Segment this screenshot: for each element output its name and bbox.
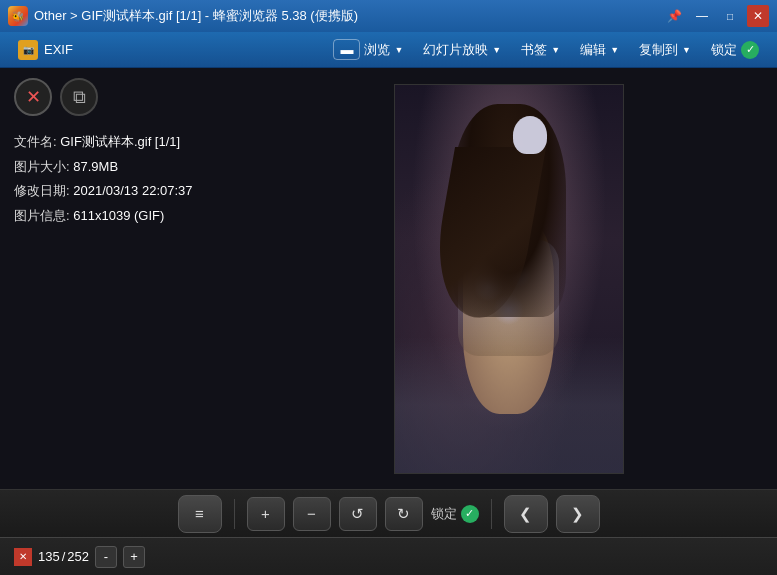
copy-button[interactable]: ⧉ [60, 78, 98, 116]
controls-lock-area: 锁定 ✓ [431, 505, 479, 523]
main-content: ✕ ⧉ 文件名: GIF测试样本.gif [1/1] 图片大小: 87.9MB … [0, 68, 777, 489]
frame-current: 135 [38, 549, 60, 564]
browse-icon: ▬ [340, 42, 353, 57]
browse-label: 浏览 [364, 41, 390, 59]
slideshow-label: 幻灯片放映 [423, 41, 488, 59]
edit-label: 编辑 [580, 41, 606, 59]
filename-value: GIF测试样本.gif [1/1] [60, 134, 180, 149]
slideshow-button[interactable]: 幻灯片放映 ▼ [415, 38, 509, 62]
slideshow-arrow: ▼ [492, 45, 501, 55]
size-value: 87.9MB [73, 159, 118, 174]
prev-icon: ❮ [519, 505, 532, 523]
toolbar: 📷 EXIF ▬ 浏览 ▼ 幻灯片放映 ▼ 书签 ▼ 编辑 ▼ 复制到 ▼ 锁定… [0, 32, 777, 68]
frame-minus-button[interactable]: - [95, 546, 117, 568]
prev-button[interactable]: ❮ [504, 495, 548, 533]
close-image-button[interactable]: ✕ [14, 78, 52, 116]
zoom-out-icon: − [307, 505, 316, 522]
frame-plus-button[interactable]: + [123, 546, 145, 568]
controls-bar: ≡ + − ↺ ↻ 锁定 ✓ ❮ ❯ [0, 489, 777, 537]
controls-lock-label: 锁定 [431, 505, 457, 523]
date-label: 修改日期: [14, 183, 70, 198]
figure-hair [452, 104, 566, 317]
zoom-out-button[interactable]: − [293, 497, 331, 531]
zoom-in-icon: + [261, 505, 270, 522]
separator-2 [491, 499, 492, 529]
size-row: 图片大小: 87.9MB [14, 155, 226, 180]
statusbar: ✕ 135 / 252 - + [0, 537, 777, 575]
copyto-arrow: ▼ [682, 45, 691, 55]
statusbar-close[interactable]: ✕ [14, 548, 32, 566]
check-icon: ✓ [741, 41, 759, 59]
bookmark-label: 书签 [521, 41, 547, 59]
info-label: 图片信息: [14, 208, 70, 223]
date-row: 修改日期: 2021/03/13 22:07:37 [14, 179, 226, 204]
filename-row: 文件名: GIF测试样本.gif [1/1] [14, 130, 226, 155]
lock-label: 锁定 [711, 41, 737, 59]
edit-arrow: ▼ [610, 45, 619, 55]
browse-arrow: ▼ [394, 45, 403, 55]
controls-check-icon: ✓ [461, 505, 479, 523]
exif-label: EXIF [44, 42, 73, 57]
window-title: Other > GIF测试样本.gif [1/1] - 蜂蜜浏览器 5.38 (… [34, 7, 657, 25]
maximize-button[interactable]: □ [719, 5, 741, 27]
image-display [394, 84, 624, 474]
next-button[interactable]: ❯ [556, 495, 600, 533]
frame-total: 252 [67, 549, 89, 564]
bookmark-arrow: ▼ [551, 45, 560, 55]
edit-button[interactable]: 编辑 ▼ [572, 38, 627, 62]
date-value: 2021/03/13 22:07:37 [73, 183, 192, 198]
info-row: 图片信息: 611x1039 (GIF) [14, 204, 226, 229]
plus-icon: + [130, 549, 138, 564]
menu-icon: ≡ [195, 505, 204, 522]
action-buttons: ✕ ⧉ [14, 78, 226, 116]
titlebar: 🐝 Other > GIF测试样本.gif [1/1] - 蜂蜜浏览器 5.38… [0, 0, 777, 32]
minimize-button[interactable]: — [691, 5, 713, 27]
next-icon: ❯ [571, 505, 584, 523]
rotate-right-button[interactable]: ↻ [385, 497, 423, 531]
lock-button[interactable]: 锁定 ✓ [703, 38, 767, 62]
rotate-left-button[interactable]: ↺ [339, 497, 377, 531]
browse-button[interactable]: ▬ 浏览 ▼ [325, 36, 411, 63]
rotate-left-icon: ↺ [351, 505, 364, 523]
size-label: 图片大小: [14, 159, 70, 174]
info-panel: ✕ ⧉ 文件名: GIF测试样本.gif [1/1] 图片大小: 87.9MB … [0, 68, 240, 489]
app-icon: 🐝 [8, 6, 28, 26]
info-value: 611x1039 (GIF) [73, 208, 164, 223]
zoom-in-button[interactable]: + [247, 497, 285, 531]
image-viewport[interactable] [240, 68, 777, 489]
filename-label: 文件名: [14, 134, 57, 149]
bookmark-button[interactable]: 书签 ▼ [513, 38, 568, 62]
rotate-right-icon: ↻ [397, 505, 410, 523]
copyto-button[interactable]: 复制到 ▼ [631, 38, 699, 62]
hair-accessory [513, 116, 547, 155]
frame-counter: 135 / 252 [38, 549, 89, 564]
copyto-label: 复制到 [639, 41, 678, 59]
menu-button[interactable]: ≡ [178, 495, 222, 533]
pin-button[interactable]: 📌 [663, 5, 685, 27]
close-button[interactable]: ✕ [747, 5, 769, 27]
camera-icon: 📷 [18, 40, 38, 60]
browse-pill: ▬ [333, 39, 360, 60]
separator-1 [234, 499, 235, 529]
minus-icon: - [104, 549, 108, 564]
metadata-block: 文件名: GIF测试样本.gif [1/1] 图片大小: 87.9MB 修改日期… [14, 130, 226, 229]
frame-separator: / [62, 549, 66, 564]
image-background [395, 85, 623, 473]
exif-button[interactable]: 📷 EXIF [10, 37, 81, 63]
